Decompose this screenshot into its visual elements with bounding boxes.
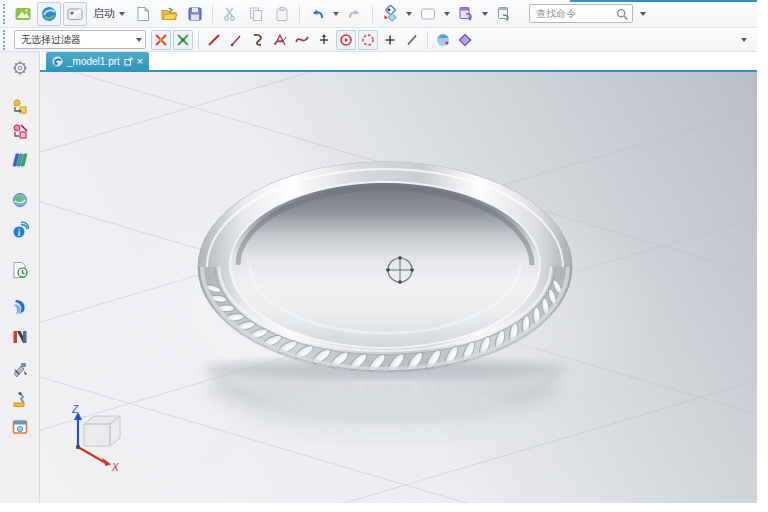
chevron-down-icon xyxy=(136,38,142,42)
line-alt-icon[interactable] xyxy=(226,30,246,50)
coordinate-triad: Z X xyxy=(71,404,120,473)
snapshot-icon[interactable] xyxy=(63,2,87,26)
save-button[interactable] xyxy=(183,2,207,26)
part-navigator-icon[interactable] xyxy=(8,150,32,170)
part-icon xyxy=(52,56,63,67)
toolbar-drag-handle[interactable] xyxy=(3,4,7,24)
window-switch-button[interactable] xyxy=(492,2,516,26)
window-layout-button[interactable] xyxy=(454,2,478,26)
history-icon[interactable] xyxy=(8,260,32,280)
display-scene-button[interactable] xyxy=(416,2,440,26)
command-search-box[interactable] xyxy=(529,4,633,23)
circle-center-icon[interactable] xyxy=(336,30,356,50)
web-browser-icon[interactable] xyxy=(8,417,32,437)
toolbar-drag-handle[interactable] xyxy=(3,30,7,50)
close-icon[interactable]: × xyxy=(137,56,143,66)
line-plain-icon[interactable] xyxy=(402,30,422,50)
paste-button[interactable] xyxy=(270,2,294,26)
app-logo-icon[interactable] xyxy=(11,2,35,26)
process-studio-icon[interactable] xyxy=(8,297,32,317)
toolbar-overflow-chevron[interactable] xyxy=(741,38,747,42)
touch-mode-chevron[interactable] xyxy=(406,12,412,16)
hd3d-tools-icon[interactable]: i xyxy=(8,220,32,240)
undo-history-chevron[interactable] xyxy=(333,12,339,16)
active-part-tab[interactable]: _model1.prt × xyxy=(46,52,149,70)
machining-planner-icon[interactable] xyxy=(8,390,32,410)
circle-dashed-icon[interactable] xyxy=(358,30,378,50)
start-menu-label: 启动 xyxy=(93,6,115,21)
ring-model[interactable] xyxy=(198,162,572,374)
search-icon xyxy=(616,8,629,21)
copy-button[interactable] xyxy=(244,2,268,26)
line-icon[interactable] xyxy=(204,30,224,50)
toolbar-separator xyxy=(212,5,213,23)
snap-point-icon[interactable] xyxy=(151,30,171,50)
datum-plane-icon[interactable] xyxy=(455,30,475,50)
new-file-button[interactable] xyxy=(131,2,155,26)
toolbar-separator xyxy=(427,31,428,49)
fit-curve-icon[interactable] xyxy=(292,30,312,50)
tab-title: _model1.prt xyxy=(67,56,120,67)
undo-button[interactable] xyxy=(305,2,329,26)
view-orientation-icon[interactable] xyxy=(37,2,61,26)
z-axis-label: Z xyxy=(71,404,79,415)
selection-filter-value: 无选择过滤器 xyxy=(15,33,133,47)
start-menu-button[interactable]: 启动 xyxy=(89,2,129,26)
manufacturing-wizard-icon[interactable] xyxy=(8,327,32,347)
cut-button[interactable] xyxy=(218,2,242,26)
display-scene-chevron[interactable] xyxy=(444,12,450,16)
selection-toolbar: 无选择过滤器 xyxy=(0,28,757,52)
snap-point-enable-icon[interactable] xyxy=(173,30,193,50)
open-file-button[interactable] xyxy=(157,2,181,26)
reuse-library-icon[interactable] xyxy=(8,190,32,210)
application-window: 启动 xyxy=(0,0,757,503)
graphics-viewport[interactable]: Z X xyxy=(40,72,757,503)
sphere-icon[interactable] xyxy=(433,30,453,50)
toolbar-separator xyxy=(372,5,373,23)
selection-filter-dropdown[interactable]: 无选择过滤器 xyxy=(14,30,146,49)
touch-mode-button[interactable] xyxy=(378,2,402,26)
part-tab-bar: _model1.prt × xyxy=(40,52,757,72)
x-axis-label: X xyxy=(111,462,119,473)
window-layout-chevron[interactable] xyxy=(482,12,488,16)
search-options-chevron[interactable] xyxy=(640,12,646,16)
arc-curve-icon[interactable] xyxy=(248,30,268,50)
point-icon[interactable] xyxy=(314,30,334,50)
svg-text:i: i xyxy=(17,228,20,238)
window-top-edge xyxy=(570,0,757,2)
chevron-down-icon xyxy=(119,12,125,16)
studio-spline-icon[interactable] xyxy=(270,30,290,50)
plus-icon[interactable] xyxy=(380,30,400,50)
redo-button[interactable] xyxy=(343,2,367,26)
x-axis xyxy=(78,447,104,462)
main-toolbar: 启动 xyxy=(0,0,757,28)
3d-scene: Z X xyxy=(40,72,757,503)
resource-bar: i xyxy=(0,52,40,503)
detach-icon[interactable] xyxy=(124,57,133,66)
toolbar-separator xyxy=(299,5,300,23)
toolbar-separator xyxy=(198,31,199,49)
resource-bar-options-icon[interactable] xyxy=(8,58,32,78)
assembly-navigator-icon[interactable] xyxy=(8,97,32,117)
constraint-navigator-icon[interactable] xyxy=(8,122,32,142)
roles-icon[interactable] xyxy=(8,360,32,380)
origin-point xyxy=(76,445,80,449)
